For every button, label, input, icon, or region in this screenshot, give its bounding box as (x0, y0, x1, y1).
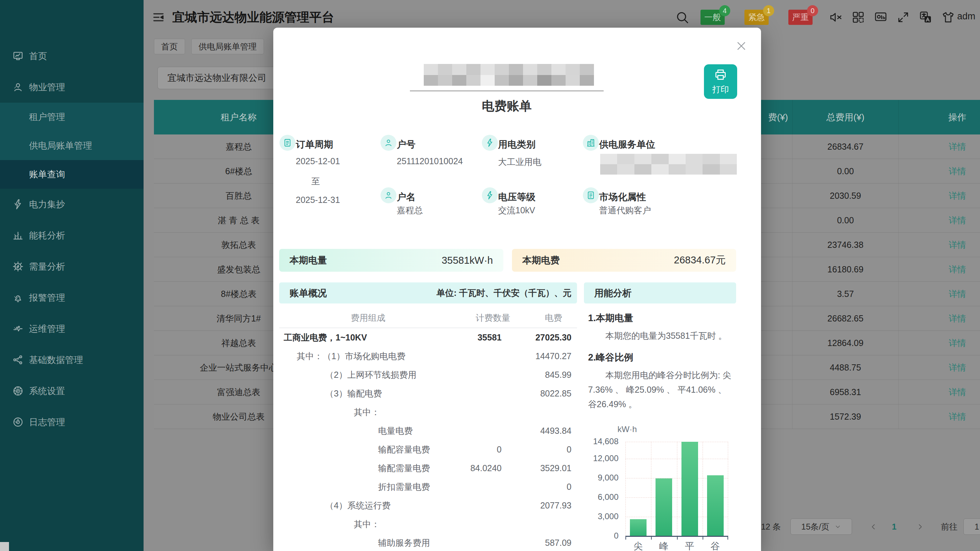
user-menu[interactable]: adm (957, 11, 975, 22)
col-actions: 操作 (899, 100, 980, 135)
alarm-badge-count: 0 (807, 5, 818, 16)
sidebar-item-能耗分析[interactable]: 能耗分析 (0, 220, 143, 251)
alarm-badge-label: 紧急 (748, 12, 765, 23)
close-icon[interactable] (735, 40, 747, 52)
monitor-chart-icon[interactable] (874, 11, 887, 24)
bill-row-fee: 3529.01 (502, 459, 571, 477)
gridline (625, 442, 626, 536)
tab-home[interactable]: 首页 (154, 39, 185, 54)
tshirt-icon[interactable] (942, 11, 955, 24)
sidebar-item-label: 电力集抄 (29, 198, 65, 211)
bar-峰 (655, 478, 672, 536)
sidebar: 首页物业管理租户管理供电局账单管理账单查询电力集抄能耗分析需量分析报警管理运维管… (0, 0, 143, 551)
print-button[interactable]: 打印 (704, 64, 737, 99)
gridline (651, 442, 651, 536)
chevron-down-icon (13, 325, 21, 333)
detail-link[interactable]: 详情 (949, 362, 966, 373)
sidebar-item-物业管理[interactable]: 物业管理 (0, 71, 143, 103)
cell-total-fee: 23746.38 (792, 233, 899, 257)
sidebar-item-租户管理[interactable]: 租户管理 (0, 103, 143, 131)
detail-link[interactable]: 详情 (949, 337, 966, 349)
order-period-to-sep: 至 (311, 176, 320, 187)
next-page-button[interactable] (913, 519, 927, 535)
y-tick-label: 9,000 (574, 473, 619, 483)
chevron-up-icon (13, 83, 21, 91)
bar-尖 (630, 519, 646, 536)
y-tick-label: 6,000 (574, 492, 619, 502)
bill-row-fee: 8022.85 (502, 384, 571, 403)
alarm-badge-严重[interactable]: 严重0 (788, 10, 813, 25)
detail-link[interactable]: 详情 (949, 215, 966, 226)
cell-total-fee: 6958.31 (792, 380, 899, 405)
detail-link[interactable]: 详情 (949, 264, 966, 275)
bill-row-label: 辅助服务费用 (378, 534, 430, 551)
bill-row-fee: 0 (502, 440, 571, 459)
search-icon[interactable] (675, 10, 689, 24)
account-no-value: 25111201010024 (397, 156, 463, 166)
tab-power-bureau-bills[interactable]: 供电局账单管理 (191, 39, 264, 54)
alarm-badge-一般[interactable]: 一般4 (700, 10, 725, 25)
cell-total-fee: 26682.65 (792, 306, 899, 331)
sidebar-item-首页[interactable]: 首页 (0, 40, 143, 71)
bar-谷 (707, 475, 724, 536)
sidebar-item-系统设置[interactable]: 系统设置 (0, 375, 143, 407)
page-size-select[interactable]: 15条/页 (791, 519, 852, 535)
sidebar-item-label: 首页 (29, 50, 47, 62)
title-divider (410, 91, 604, 91)
grid-icon[interactable] (852, 11, 865, 24)
collapse-menu-icon[interactable] (151, 10, 165, 24)
bill-overview-title: 账单概况 (290, 287, 327, 299)
sidebar-item-电力集抄[interactable]: 电力集抄 (0, 189, 143, 220)
bill-row: 工商业电费，1~10KV3558127025.30 (279, 328, 577, 347)
bolt-icon (482, 187, 498, 203)
sidebar-item-运维管理[interactable]: 运维管理 (0, 313, 143, 344)
sidebar-item-label: 日志管理 (29, 416, 65, 428)
period-energy-value: 35581kW·h (442, 255, 493, 266)
detail-link[interactable]: 详情 (949, 313, 966, 324)
sidebar-item-label: 运维管理 (29, 323, 65, 335)
sidebar-item-供电局账单管理[interactable]: 供电局账单管理 (0, 131, 143, 160)
x-axis-tick (625, 537, 626, 540)
sidebar-item-label: 需量分析 (29, 260, 65, 273)
goto-page-input[interactable]: 1 (963, 519, 980, 535)
sidebar-item-报警管理[interactable]: 报警管理 (0, 282, 143, 313)
detail-link[interactable]: 详情 (949, 165, 966, 177)
translate-icon[interactable] (919, 11, 932, 24)
sidebar-item-需量分析[interactable]: 需量分析 (0, 251, 143, 282)
sidebar-item-label: 基础数据管理 (29, 354, 83, 366)
detail-link[interactable]: 详情 (949, 141, 966, 152)
bill-breakdown-table: 费用组成 计费数量 电费 工商业电费，1~10KV3558127025.30其中… (279, 308, 577, 551)
fullscreen-icon[interactable] (897, 11, 910, 24)
period-energy-label: 本期电量 (290, 254, 327, 267)
x-axis-tick (677, 537, 678, 540)
detail-link[interactable]: 详情 (949, 386, 966, 398)
sidebar-item-label: 系统设置 (29, 385, 65, 397)
order-period-to: 2025-12-31 (296, 195, 340, 205)
bill-col-composition: 费用组成 (330, 308, 406, 328)
sidebar-item-日志管理[interactable]: 日志管理 (0, 407, 143, 438)
sidebar-item-基础数据管理[interactable]: 基础数据管理 (0, 344, 143, 375)
detail-link[interactable]: 详情 (949, 411, 966, 422)
bill-row: 其中： (279, 515, 577, 534)
bill-row: 其中：（1）市场化购电电费14470.27 (279, 347, 577, 365)
sidebar-item-label: 能耗分析 (29, 230, 65, 241)
detail-link[interactable]: 详情 (949, 288, 966, 300)
chart-y-axis-unit: kW·h (617, 424, 637, 434)
current-page[interactable]: 1 (887, 519, 901, 535)
account-name-value: 嘉程总 (397, 205, 423, 216)
gridline (625, 442, 728, 442)
detail-link[interactable]: 详情 (949, 239, 966, 251)
mute-icon[interactable] (829, 11, 842, 24)
chevron-down-icon (13, 356, 21, 364)
sidebar-item-label: 物业管理 (29, 81, 65, 93)
gridline (625, 459, 728, 459)
bill-row: （3）输配电费8022.85 (279, 384, 577, 403)
bill-row-qty: 35581 (433, 328, 501, 347)
gridline (703, 442, 703, 536)
period-fee-label: 本期电费 (522, 254, 560, 267)
bill-row-fee: 27025.30 (502, 328, 571, 347)
sidebar-item-账单查询[interactable]: 账单查询 (0, 160, 143, 189)
prev-page-button[interactable] (867, 519, 880, 535)
detail-link[interactable]: 详情 (949, 190, 966, 202)
alarm-badge-紧急[interactable]: 紧急1 (745, 10, 768, 25)
